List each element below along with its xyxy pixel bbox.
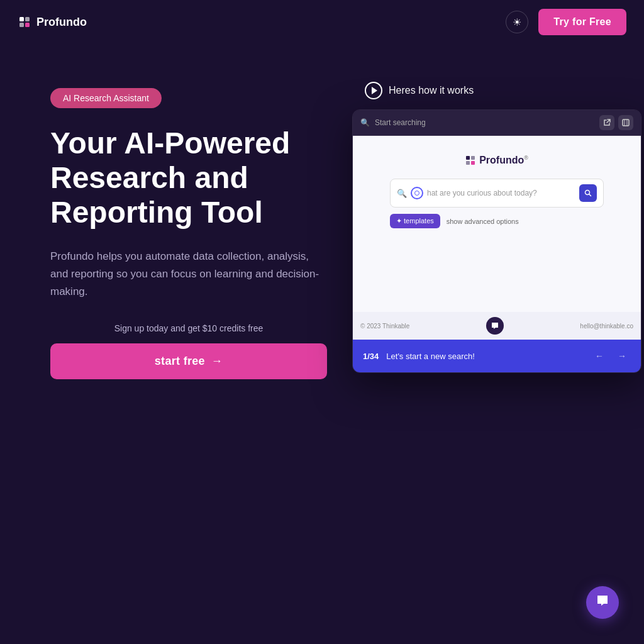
hero-section: AI Research Assistant Your AI-Powered Re… [0,44,644,379]
svg-rect-5 [466,156,470,160]
demo-titlebar: 🔍 Start searching [353,110,641,136]
demo-chat-icon[interactable] [486,317,504,335]
demo-window-footer: © 2023 Thinkable hello@thinkable.co [353,312,641,340]
nav-actions: ☀ Try for Free [506,9,626,35]
how-it-works-label: Heres how it works [389,85,474,96]
svg-rect-4 [623,119,629,126]
svg-rect-7 [466,161,470,165]
demo-titlebar-text: Start searching [375,118,426,127]
titlebar-expand-icon[interactable] [618,115,633,130]
demo-inner-logo-text: Profundo® [479,155,528,166]
svg-rect-2 [19,23,24,27]
demo-window: 🔍 Start searching [352,109,641,373]
titlebar-link-icon[interactable] [599,115,614,130]
logo-area: Profundo [18,15,87,29]
demo-slide-text: Let's start a new search! [386,352,583,361]
play-icon [365,82,382,99]
demo-slide-counter: 1/34 [363,352,379,361]
brand-name: Profundo [36,16,87,29]
logo-icon [18,15,31,29]
demo-target-icon [411,187,423,199]
hero-subtitle: Profundo helps you automate data collect… [50,248,327,301]
start-free-label: start free [155,355,205,368]
demo-search-button[interactable] [579,184,597,202]
demo-advanced-options[interactable]: show advanced options [447,218,519,225]
demo-footer-right: hello@thinkable.co [580,323,633,330]
demo-nav-arrows: ← → [591,347,631,365]
theme-toggle-button[interactable]: ☀ [506,11,528,33]
svg-rect-1 [25,17,30,21]
demo-footer-left: © 2023 Thinkable [360,323,409,330]
hero-left: AI Research Assistant Your AI-Powered Re… [50,82,327,379]
demo-search-icon-inner: 🔍 [397,189,407,198]
svg-point-9 [586,191,590,195]
sun-icon: ☀ [513,16,521,28]
demo-search-bar: 🔍 hat are you curious about today? [390,179,604,208]
navbar: Profundo ☀ Try for Free [0,0,644,44]
demo-window-body: Profundo® 🔍 hat are you curious about to… [353,136,641,312]
svg-rect-3 [25,23,30,27]
hero-badge: AI Research Assistant [50,88,162,108]
demo-inner-logo: Profundo® [465,155,528,166]
try-free-button[interactable]: Try for Free [538,9,626,35]
start-free-button[interactable]: start free → [50,343,327,379]
how-it-works-link[interactable]: Heres how it works [365,82,474,99]
hero-title: Your AI-Powered Research and Reporting T… [50,126,327,230]
demo-next-arrow[interactable]: → [613,347,631,365]
svg-rect-0 [19,17,24,21]
demo-search-icon: 🔍 [360,118,370,127]
demo-options-row: ✦ templates show advanced options [390,214,604,228]
play-triangle [372,87,377,94]
svg-rect-6 [471,156,475,160]
demo-templates-button[interactable]: ✦ templates [390,214,440,228]
chat-button-icon [595,593,610,612]
demo-prev-arrow[interactable]: ← [591,347,608,365]
svg-rect-8 [471,161,475,165]
demo-search-placeholder: hat are you curious about today? [427,189,575,197]
chat-button[interactable] [586,586,619,619]
signup-incentive-text: Sign up today and get $10 credits free [50,323,327,333]
demo-nav-bar: 1/34 Let's start a new search! ← → [353,340,641,372]
titlebar-icons [599,115,633,130]
hero-right: Heres how it works 🔍 Start searching [352,82,641,373]
arrow-icon: → [211,355,223,368]
